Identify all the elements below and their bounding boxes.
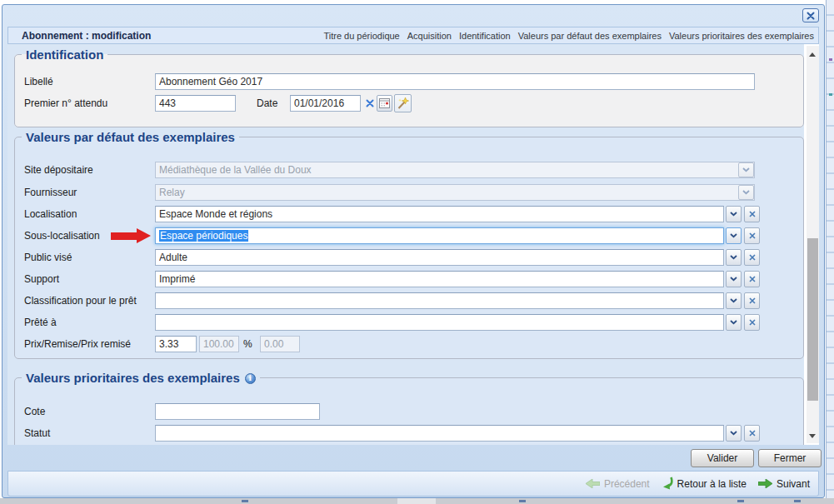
site-depositaire-input [155, 162, 755, 178]
background-page-sliver [826, 0, 834, 504]
site-depositaire-label: Site dépositaire [24, 164, 93, 176]
arrow-right-icon [758, 479, 772, 488]
valeurs-defaut-section-title: Valeurs par défaut des exemplaires [22, 130, 239, 144]
remise-input [199, 336, 239, 352]
support-input[interactable] [155, 271, 724, 287]
sous-localisation-input[interactable]: Espace périodiques [155, 227, 724, 244]
libelle-input[interactable] [155, 73, 755, 90]
statut-input[interactable] [155, 425, 724, 442]
selected-text: Espace périodiques [159, 230, 248, 242]
public-vise-dropdown-button[interactable] [726, 249, 742, 266]
premier-numero-input[interactable] [155, 95, 236, 112]
clear-x-icon [749, 254, 756, 261]
nav-link-acquisition[interactable]: Acquisition [407, 31, 452, 41]
valeurs-prioritaires-section-title: Valeurs prioritaires des exemplairesi [22, 371, 260, 385]
clear-x-icon [749, 430, 756, 437]
clear-x-icon [749, 297, 756, 304]
classification-pret-dropdown-button[interactable] [726, 292, 742, 309]
statut-dropdown-button[interactable] [726, 425, 742, 442]
prete-a-label: Prêté à [24, 317, 57, 328]
nav-link-valeurs-defaut[interactable]: Valeurs par défaut des exemplaires [518, 31, 662, 41]
dialog-header: Abonnement : modification Titre du pério… [7, 27, 819, 44]
background-page-mark [519, 500, 526, 502]
suivant-link[interactable]: Suivant [758, 478, 810, 490]
clear-x-icon [749, 276, 756, 282]
chevron-down-icon [730, 212, 737, 217]
support-clear-button[interactable] [744, 271, 760, 287]
chevron-down-icon [730, 277, 737, 282]
libelle-label: Libellé [24, 76, 53, 87]
vertical-scrollbar [807, 46, 819, 443]
clear-x-icon [749, 232, 756, 239]
dialog-body: Identification Valeurs par défaut des ex… [7, 44, 819, 445]
close-icon [807, 12, 815, 20]
prete-a-dropdown-button[interactable] [726, 314, 742, 331]
chevron-down-icon [730, 233, 737, 238]
sous-localisation-clear-button[interactable] [744, 227, 760, 244]
calendar-icon [379, 98, 390, 108]
fournisseur-dropdown-button [738, 185, 754, 200]
background-page-bottom [0, 498, 834, 504]
prix-input[interactable] [155, 336, 197, 352]
nav-link-titre-periodique[interactable]: Titre du périodique [323, 31, 399, 41]
cote-input[interactable] [155, 403, 320, 420]
nav-link-valeurs-prioritaires[interactable]: Valeurs prioritaires des exemplaires [669, 31, 814, 41]
dialog-footer: Précédent Retour à la liste Suivant [7, 471, 819, 497]
scroll-up-arrow-icon[interactable] [809, 52, 816, 57]
public-vise-label: Public visé [24, 252, 72, 263]
retour-liste-link[interactable]: Retour à la liste [662, 477, 747, 491]
background-page-mark [829, 93, 832, 96]
chevron-down-icon [730, 255, 737, 260]
magic-wand-icon [397, 97, 409, 110]
date-label: Date [257, 97, 277, 109]
prete-a-clear-button[interactable] [744, 314, 760, 331]
chevron-down-icon [730, 320, 737, 325]
support-label: Support [24, 273, 59, 285]
premier-numero-label: Premier n° attendu [24, 97, 107, 109]
scrollbar-thumb[interactable] [807, 238, 818, 401]
classification-pret-input[interactable] [155, 292, 724, 309]
cote-label: Cote [24, 406, 45, 417]
return-arrow-icon [662, 477, 673, 491]
date-clear-button[interactable] [364, 97, 375, 108]
clear-x-icon [366, 99, 374, 107]
prete-a-input[interactable] [155, 314, 724, 331]
date-calendar-button[interactable] [377, 95, 392, 112]
date-input[interactable] [290, 95, 361, 112]
chevron-down-icon [742, 190, 750, 195]
valider-button[interactable]: Valider [691, 449, 754, 467]
chevron-down-icon [730, 298, 737, 303]
chevron-down-icon [742, 167, 750, 172]
clear-x-icon [749, 319, 756, 326]
background-page-block [397, 498, 436, 504]
classification-pret-label: Classification pour le prêt [24, 295, 137, 307]
percent-label: % [243, 338, 252, 350]
screen: Abonnement : modification Titre du pério… [0, 0, 834, 504]
background-page-mark [242, 500, 248, 502]
support-dropdown-button[interactable] [726, 271, 742, 287]
fermer-button[interactable]: Fermer [758, 449, 822, 467]
close-button[interactable] [802, 8, 819, 22]
info-icon[interactable]: i [245, 373, 256, 384]
prix-label: Prix/Remise/Prix remisé [24, 338, 131, 350]
red-arrow-pointer-tip [137, 228, 151, 243]
site-depositaire-dropdown-button [738, 162, 754, 177]
localisation-clear-button[interactable] [744, 206, 760, 222]
fournisseur-label: Fournisseur [24, 187, 77, 198]
background-page-mark [737, 500, 744, 502]
nav-link-identification[interactable]: Identification [459, 31, 511, 41]
classification-pret-clear-button[interactable] [744, 292, 760, 309]
public-vise-input[interactable] [155, 249, 724, 266]
public-vise-clear-button[interactable] [744, 249, 760, 266]
precedent-link: Précédent [586, 478, 650, 490]
scroll-down-arrow-icon[interactable] [809, 434, 816, 438]
sous-localisation-dropdown-button[interactable] [726, 227, 742, 244]
statut-clear-button[interactable] [744, 425, 760, 442]
localisation-dropdown-button[interactable] [726, 206, 742, 222]
red-arrow-pointer [111, 232, 137, 240]
identification-section-title: Identification [22, 47, 107, 62]
dialog-title: Abonnement : modification [8, 30, 151, 42]
localisation-input[interactable] [155, 206, 724, 222]
prix-remise-input [260, 336, 300, 352]
date-wand-button[interactable] [394, 94, 412, 112]
